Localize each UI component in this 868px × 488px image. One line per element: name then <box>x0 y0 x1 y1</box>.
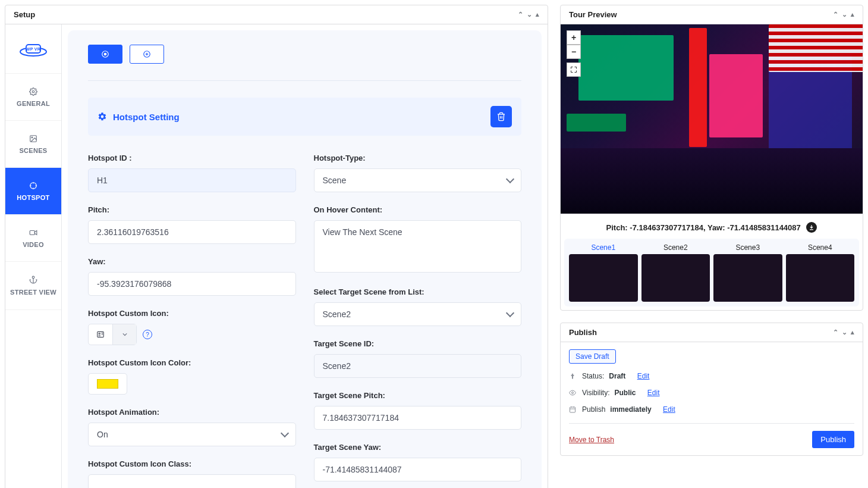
svg-point-21 <box>572 392 574 394</box>
fullscreen-button[interactable] <box>567 62 581 77</box>
label-target-id: Target Scene ID: <box>314 339 522 348</box>
calendar-icon <box>569 406 577 413</box>
publish-panel: Publish ⌃⌄▴ Save Draft Status: Draft Edi… <box>560 323 863 456</box>
panel-toggle-controls: ⌃ ⌄ ▴ <box>518 11 539 18</box>
input-hotspot-id <box>88 168 296 192</box>
publish-button[interactable]: Publish <box>812 431 854 448</box>
select-hotspot-type[interactable]: Scene <box>314 168 522 192</box>
collapse-up-icon[interactable]: ⌃ <box>518 11 523 18</box>
pin-icon <box>569 373 577 380</box>
chevron-down-icon <box>122 332 127 337</box>
scene-thumb-4[interactable]: Scene4 <box>786 243 855 302</box>
collapse-triangle-icon[interactable]: ▴ <box>536 11 539 18</box>
hotspot-instance-active[interactable] <box>88 45 122 64</box>
vr-preview-viewport[interactable]: + − <box>561 24 863 214</box>
collapse-down-icon[interactable]: ⌄ <box>527 11 532 18</box>
label-icon-class: Hotspot Custom Icon Class: <box>88 459 296 468</box>
icon-picker[interactable] <box>88 324 137 345</box>
label-hotspot-id: Hotspot ID : <box>88 154 296 162</box>
label-target-yaw: Target Scene Yaw: <box>314 443 522 452</box>
gear-icon <box>29 87 38 96</box>
label-custom-icon: Hotspot Custom Icon: <box>88 309 296 318</box>
tab-scenes-label: SCENES <box>19 147 47 154</box>
divider <box>88 80 521 81</box>
scene-thumb-3[interactable]: Scene3 <box>713 243 782 302</box>
pitch-yaw-readout: Pitch: -7.184637307717184, Yaw: -71.4148… <box>561 214 863 239</box>
tab-hotspot-label: HOTSPOT <box>17 194 49 201</box>
input-icon-class[interactable] <box>88 474 296 488</box>
input-pitch[interactable] <box>88 220 296 244</box>
input-target-pitch[interactable] <box>314 406 522 430</box>
label-pitch: Pitch: <box>88 205 296 214</box>
collapse-up-icon[interactable]: ⌃ <box>833 329 838 336</box>
hotspot-instance-tabs <box>88 45 521 64</box>
scene-thumbnails: Scene1 Scene2 Scene3 Scene4 <box>564 239 859 306</box>
publish-title: Publish <box>569 328 597 337</box>
preview-pitch-value: -7.184637307717184 <box>630 223 703 232</box>
label-yaw: Yaw: <box>88 257 296 266</box>
save-draft-button[interactable]: Save Draft <box>569 349 616 364</box>
eye-icon <box>569 389 577 396</box>
schedule-value: immediately <box>610 405 651 414</box>
collapse-triangle-icon[interactable]: ▴ <box>851 329 854 336</box>
svg-point-20 <box>99 333 100 334</box>
collapse-down-icon[interactable]: ⌄ <box>842 11 847 18</box>
tour-preview-panel: Tour Preview ⌃⌄▴ + − Pitch: -7.184637307… <box>560 5 863 311</box>
move-to-trash-link[interactable]: Move to Trash <box>569 436 614 444</box>
tab-streetview[interactable]: STREET VIEW <box>5 262 61 310</box>
tab-hotspot[interactable]: HOTSPOT <box>5 168 61 215</box>
delete-hotspot-button[interactable] <box>490 106 512 127</box>
anchor-icon <box>29 275 38 284</box>
hotspot-content: Hotspot Setting Hotspot ID : <box>68 30 542 488</box>
label-target-pitch: Target Scene Pitch: <box>314 391 522 400</box>
label-icon-color: Hotspot Custom Icon Color: <box>88 358 296 367</box>
label-hotspot-type: Hotspot-Type: <box>314 154 522 162</box>
edit-schedule-link[interactable]: Edit <box>663 405 675 414</box>
collapse-triangle-icon[interactable]: ▴ <box>851 11 854 18</box>
side-tabs: WP VR GENERAL SCENES HOTSPOT <box>5 24 62 488</box>
status-value: Draft <box>609 372 625 380</box>
target-icon <box>29 181 38 190</box>
input-target-yaw[interactable] <box>314 458 522 481</box>
image-icon <box>29 134 38 143</box>
hotspot-setting-header: Hotspot Setting <box>88 98 521 136</box>
select-target-scene[interactable]: Scene2 <box>314 302 522 326</box>
input-yaw[interactable] <box>88 272 296 296</box>
fullscreen-icon <box>570 66 577 73</box>
edit-visibility-link[interactable]: Edit <box>647 389 660 397</box>
publish-header: Publish ⌃⌄▴ <box>561 323 863 342</box>
tab-scenes[interactable]: SCENES <box>5 121 61 168</box>
setup-title: Setup <box>14 10 35 19</box>
dot-circle-icon <box>101 50 109 58</box>
svg-point-15 <box>104 53 106 55</box>
collapse-down-icon[interactable]: ⌄ <box>842 329 847 336</box>
download-coords-button[interactable] <box>806 222 817 233</box>
schedule-row: Publish immediately Edit <box>569 405 854 414</box>
scene-thumb-1[interactable]: Scene1 <box>569 243 638 302</box>
add-hotspot-button[interactable] <box>130 45 164 64</box>
tab-general[interactable]: GENERAL <box>5 74 61 121</box>
help-icon[interactable]: ? <box>143 330 152 339</box>
scene-thumb-2[interactable]: Scene2 <box>641 243 710 302</box>
svg-rect-22 <box>570 407 575 412</box>
select-animation[interactable]: On <box>88 423 296 446</box>
status-row: Status: Draft Edit <box>569 372 854 380</box>
zoom-in-button[interactable]: + <box>567 30 581 45</box>
brand-logo: WP VR <box>18 40 48 58</box>
zoom-out-button[interactable]: − <box>567 45 581 59</box>
tab-streetview-label: STREET VIEW <box>10 288 56 296</box>
tour-preview-title: Tour Preview <box>569 10 617 19</box>
download-icon <box>809 224 814 230</box>
brand-logo-tab: WP VR <box>5 24 61 74</box>
color-picker[interactable] <box>88 373 127 395</box>
plus-circle-icon <box>143 50 151 58</box>
textarea-on-hover[interactable]: View The Next Scene <box>314 220 522 273</box>
visibility-row: Visibility: Public Edit <box>569 389 854 397</box>
tab-video-label: VIDEO <box>23 241 44 248</box>
preview-yaw-value: -71.41485831144087 <box>727 223 801 232</box>
collapse-up-icon[interactable]: ⌃ <box>833 11 838 18</box>
tab-video[interactable]: VIDEO <box>5 215 61 262</box>
edit-status-link[interactable]: Edit <box>637 372 650 380</box>
setup-panel-header: Setup ⌃ ⌄ ▴ <box>5 5 548 24</box>
svg-point-5 <box>32 137 33 138</box>
